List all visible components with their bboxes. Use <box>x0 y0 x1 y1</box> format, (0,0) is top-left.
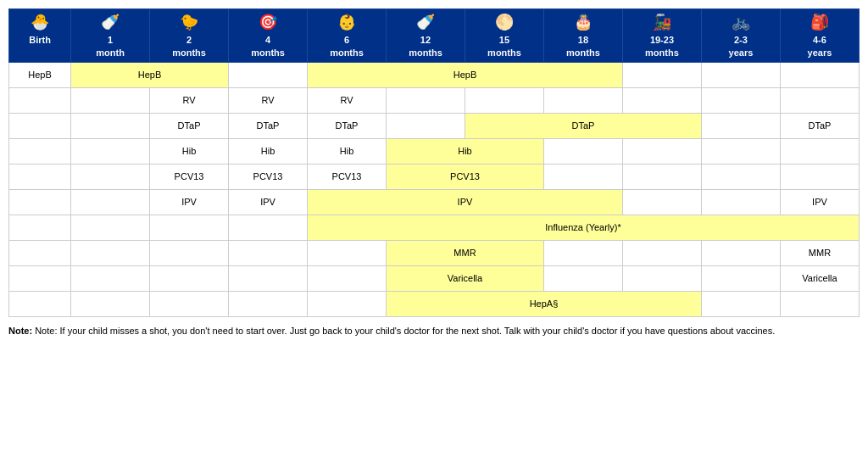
influenza-row: Influenza (Yearly)* <box>9 215 860 240</box>
note-text: Note: If your child misses a shot, you d… <box>35 326 775 336</box>
header-2-3years: 🚲 2-3years <box>701 9 780 63</box>
birth-icon: 🐣 <box>12 13 68 32</box>
rv-4mo: RV <box>229 87 308 113</box>
hepb-6-18mo: HepB <box>308 62 623 87</box>
ipv-birth-empty <box>9 189 71 215</box>
varicella-4-6yr: Varicella <box>780 265 859 291</box>
dtap-2mo: DTaP <box>150 113 229 138</box>
hepa-1mo-empty <box>71 291 150 316</box>
header-19-23months-label: 19-23months <box>645 35 679 57</box>
mmr-birth-empty <box>9 240 71 265</box>
note-section: Note: Note: If your child misses a shot,… <box>8 324 860 338</box>
hib-4-6yr-empty <box>780 138 859 164</box>
hepa-6mo-empty <box>308 291 387 316</box>
hib-2-3yr-empty <box>701 138 780 164</box>
mmr-4mo-empty <box>229 240 308 265</box>
pcv13-2mo: PCV13 <box>150 164 229 189</box>
influenza-4mo-empty <box>229 215 308 240</box>
rv-birth-empty <box>9 87 71 113</box>
hib-19-23mo-empty <box>622 138 701 164</box>
header-12months-label: 12months <box>409 35 442 57</box>
pcv13-4-6yr-empty <box>780 164 859 189</box>
hib-2mo: Hib <box>150 138 229 164</box>
mmr-2mo-empty <box>150 240 229 265</box>
rv-1mo-empty <box>71 87 150 113</box>
varicella-4mo-empty <box>229 265 308 291</box>
mmr-19-23mo-empty <box>622 240 701 265</box>
vaccine-schedule-table: 🐣 Birth 🍼 1month 🐤 2months 🎯 4months 👶 6… <box>8 8 860 317</box>
varicella-2-3yr-empty <box>701 265 780 291</box>
varicella-12-15mo: Varicella <box>387 265 544 291</box>
hib-row: Hib Hib Hib Hib <box>9 138 860 164</box>
mmr-12-15mo: MMR <box>387 240 544 265</box>
influenza-birth-empty <box>9 215 71 240</box>
varicella-6mo-empty <box>308 265 387 291</box>
header-2months-label: 2months <box>172 35 206 57</box>
varicella-18mo-empty <box>543 265 622 291</box>
6months-icon: 👶 <box>310 13 383 32</box>
header-6months-label: 6months <box>330 35 364 57</box>
dtap-4mo: DTaP <box>229 113 308 138</box>
header-15months: 🌕 15months <box>465 9 543 63</box>
hepa-2mo-empty <box>150 291 229 316</box>
2-3years-icon: 🚲 <box>704 13 777 32</box>
hib-12-15mo: Hib <box>387 138 544 164</box>
hib-6mo: Hib <box>308 138 387 164</box>
varicella-row: Varicella Varicella <box>9 265 860 291</box>
hepb-4mo-empty <box>229 62 308 87</box>
hepb-row: HepB HepB HepB <box>9 62 860 87</box>
12months-icon: 🍼 <box>389 13 462 32</box>
ipv-2-3yr-empty <box>701 189 780 215</box>
mmr-18mo-empty <box>543 240 622 265</box>
rv-row: RV RV RV <box>9 87 860 113</box>
varicella-19-23mo-empty <box>622 265 701 291</box>
mmr-4-6yr: MMR <box>780 240 859 265</box>
hib-18mo-empty <box>543 138 622 164</box>
header-18months: 🎂 18months <box>543 9 622 63</box>
hepa-12-23mo: HepA§ <box>387 291 702 316</box>
rv-15mo-empty <box>465 87 543 113</box>
hib-4mo: Hib <box>229 138 308 164</box>
4months-icon: 🎯 <box>231 13 304 32</box>
header-birth-label: Birth <box>29 35 51 45</box>
rv-2mo: RV <box>150 87 229 113</box>
influenza-2mo-empty <box>150 215 229 240</box>
15months-icon: 🌕 <box>468 13 541 32</box>
varicella-2mo-empty <box>150 265 229 291</box>
hepa-2-3yr-empty <box>701 291 780 316</box>
rv-12mo-empty <box>387 87 465 113</box>
header-12months: 🍼 12months <box>387 9 465 63</box>
hepa-birth-empty <box>9 291 71 316</box>
dtap-6mo: DTaP <box>308 113 387 138</box>
pcv13-birth-empty <box>9 164 71 189</box>
rv-19-23mo-empty <box>622 87 701 113</box>
mmr-2-3yr-empty <box>701 240 780 265</box>
header-6months: 👶 6months <box>308 9 387 63</box>
mmr-row: MMR MMR <box>9 240 860 265</box>
header-birth: 🐣 Birth <box>9 9 71 63</box>
hepb-2-3yr-empty <box>701 62 780 87</box>
influenza-6mo-plus: Influenza (Yearly)* <box>308 215 860 240</box>
mmr-6mo-empty <box>308 240 387 265</box>
18months-icon: 🎂 <box>547 13 620 32</box>
ipv-6-18mo: IPV <box>308 189 623 215</box>
hepa-row: HepA§ <box>9 291 860 316</box>
hepa-4-6yr-empty <box>780 291 859 316</box>
rv-6mo: RV <box>308 87 387 113</box>
dtap-2-3yr-empty <box>701 113 780 138</box>
ipv-row: IPV IPV IPV IPV <box>9 189 860 215</box>
hepb-4-6yr-empty <box>780 62 859 87</box>
pcv13-4mo: PCV13 <box>229 164 308 189</box>
header-2-3years-label: 2-3years <box>729 35 754 57</box>
header-1month-label: 1month <box>96 35 125 57</box>
ipv-1mo-empty <box>71 189 150 215</box>
mmr-1mo-empty <box>71 240 150 265</box>
header-2months: 🐤 2months <box>150 9 229 63</box>
pcv13-2-3yr-empty <box>701 164 780 189</box>
19-23months-icon: 🚂 <box>626 13 698 32</box>
header-1month: 🍼 1month <box>71 9 150 63</box>
ipv-4mo: IPV <box>229 189 308 215</box>
dtap-1mo-empty <box>71 113 150 138</box>
header-4-6years: 🎒 4-6years <box>780 9 859 63</box>
dtap-birth-empty <box>9 113 71 138</box>
